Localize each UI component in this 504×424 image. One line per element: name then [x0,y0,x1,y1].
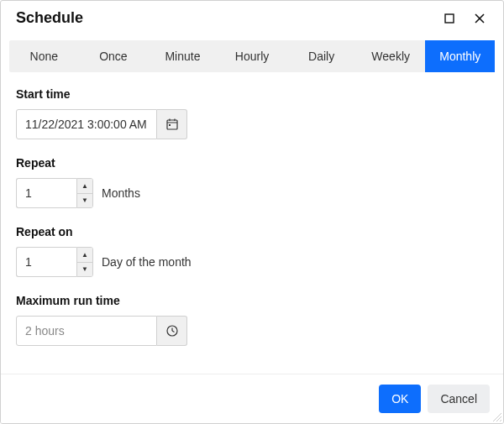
repeat-on-increment[interactable]: ▲ [77,248,92,263]
repeat-spinner-buttons: ▲ ▼ [76,178,93,208]
tab-daily[interactable]: Daily [286,40,356,72]
repeat-input[interactable]: 1 [16,178,76,208]
svg-rect-3 [167,120,177,129]
repeat-row: 1 ▲ ▼ Months [16,178,488,208]
calendar-icon [165,118,179,131]
close-button[interactable] [471,10,488,27]
triangle-up-icon: ▲ [81,251,88,259]
repeat-on-decrement[interactable]: ▼ [77,263,92,277]
triangle-down-icon: ▼ [81,196,88,204]
ok-button[interactable]: OK [379,385,421,413]
tab-monthly[interactable]: Monthly [425,40,495,72]
maximize-button[interactable] [441,10,458,27]
repeat-on-spinner: 1 ▲ ▼ [16,247,93,277]
repeat-on-row: 1 ▲ ▼ Day of the month [16,247,488,277]
repeat-on-label: Repeat on [16,225,488,238]
repeat-increment[interactable]: ▲ [77,179,92,194]
dialog-title: Schedule [16,9,428,27]
repeat-spinner: 1 ▲ ▼ [16,178,93,208]
svg-line-13 [500,420,501,421]
tab-once[interactable]: Once [79,40,149,72]
repeat-decrement[interactable]: ▼ [77,194,92,208]
clock-icon [165,324,179,338]
svg-rect-7 [169,124,171,126]
svg-rect-0 [445,14,454,23]
start-time-field: 11/22/2021 3:00:00 AM [16,109,488,139]
repeat-unit: Months [102,186,140,200]
resize-grip[interactable] [491,411,501,421]
start-time-label: Start time [16,87,488,101]
content: Start time 11/22/2021 3:00:00 AM Repeat … [1,72,503,351]
tab-minute[interactable]: Minute [148,40,218,72]
repeat-label: Repeat [16,156,488,170]
max-run-field: 2 hours [16,316,488,346]
tab-hourly[interactable]: Hourly [218,40,287,72]
max-run-input[interactable]: 2 hours [16,316,157,346]
tabs: None Once Minute Hourly Daily Weekly Mon… [9,40,495,72]
svg-line-10 [172,331,175,332]
cancel-button[interactable]: Cancel [428,385,490,413]
repeat-on-input[interactable]: 1 [16,247,76,277]
repeat-on-spinner-buttons: ▲ ▼ [76,247,93,277]
calendar-button[interactable] [157,109,187,139]
max-run-label: Maximum run time [16,294,488,307]
footer: OK Cancel [1,374,503,423]
triangle-up-icon: ▲ [81,182,88,190]
duration-button[interactable] [157,316,187,346]
tab-none[interactable]: None [9,40,79,72]
triangle-down-icon: ▼ [81,265,88,273]
tab-weekly[interactable]: Weekly [356,40,426,72]
repeat-on-unit: Day of the month [102,255,192,269]
start-time-input[interactable]: 11/22/2021 3:00:00 AM [16,109,157,139]
title-bar: Schedule [1,1,503,34]
